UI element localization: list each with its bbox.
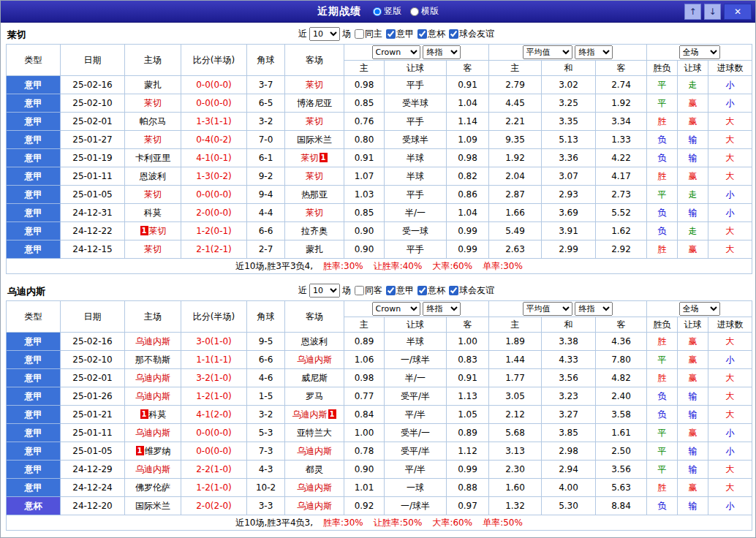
- checkbox-input[interactable]: [386, 286, 396, 295]
- avg-draw-cell: 3.02: [542, 76, 596, 94]
- vertical-radio-input[interactable]: [373, 7, 382, 16]
- corners-cell: 10-2: [247, 479, 285, 497]
- home-team-cell[interactable]: 1维罗纳: [125, 442, 181, 461]
- avg-home-cell: 2.04: [489, 167, 542, 186]
- away-team-cell[interactable]: 莱切: [285, 204, 344, 222]
- home-team-cell[interactable]: 乌迪内斯: [125, 461, 181, 479]
- filter-checkbox-同主[interactable]: 同主: [355, 28, 382, 40]
- home-team-cell[interactable]: 乌迪内斯: [125, 333, 181, 351]
- away-team-cell[interactable]: 亚特兰大: [285, 424, 344, 442]
- layout-radio-vertical[interactable]: 竖版: [373, 5, 401, 18]
- avg-away-cell: 3.56: [596, 461, 647, 479]
- corners-cell: 7-0: [247, 131, 285, 149]
- away-team-cell[interactable]: 拉齐奥: [285, 222, 344, 240]
- average-select[interactable]: 平均值: [523, 302, 572, 316]
- horizontal-radio-label: 横版: [421, 5, 439, 18]
- home-team-cell[interactable]: 1科莫: [125, 406, 181, 424]
- away-team-cell[interactable]: 乌迪内斯: [285, 351, 344, 369]
- final-index-select[interactable]: 终指: [423, 45, 461, 59]
- average-select[interactable]: 平均值: [523, 45, 572, 59]
- avg-home-cell: 2.63: [489, 240, 542, 259]
- away-team-cell[interactable]: 都灵: [285, 461, 344, 479]
- away-team-cell[interactable]: 乌迪内斯: [285, 479, 344, 497]
- home-team-cell[interactable]: 莱切: [125, 94, 181, 113]
- checkbox-input[interactable]: [417, 29, 427, 39]
- away-team-cell[interactable]: 威尼斯: [285, 369, 344, 387]
- away-team-cell[interactable]: 莱切: [285, 113, 344, 131]
- away-team-cell[interactable]: 恩波利: [285, 333, 344, 351]
- home-team-cell[interactable]: 那不勒斯: [125, 351, 181, 369]
- match-count-select[interactable]: 10: [309, 27, 340, 41]
- match-row: 意甲24-12-15莱切2-1(2-1)2-7蒙扎0.90平手0.992.632…: [7, 240, 752, 259]
- away-team-cell[interactable]: 热那亚: [285, 186, 344, 204]
- final-index-select-2[interactable]: 终指: [575, 302, 613, 316]
- result-goals-cell: 小: [708, 204, 752, 222]
- checkbox-input[interactable]: [449, 286, 458, 295]
- layout-radio-horizontal[interactable]: 横版: [410, 5, 439, 18]
- fulltime-select[interactable]: 全场: [679, 45, 720, 59]
- home-team-cell[interactable]: 帕尔马: [125, 113, 181, 131]
- handicap-cell: 受平/半: [385, 387, 447, 406]
- away-team-cell[interactable]: 蒙扎: [285, 240, 344, 259]
- fulltime-select[interactable]: 全场: [679, 302, 720, 316]
- home-team-cell[interactable]: 乌迪内斯: [125, 387, 181, 406]
- bookmaker-select[interactable]: Crown: [372, 45, 420, 59]
- home-team-cell[interactable]: 卡利亚里: [125, 149, 181, 167]
- away-team-cell[interactable]: 国际米兰: [285, 131, 344, 149]
- odds-away-cell: 0.89: [447, 424, 489, 442]
- checkbox-input[interactable]: [417, 286, 427, 295]
- odds-home-cell: 0.98: [344, 76, 385, 94]
- column-header-corners: 角球: [247, 301, 285, 333]
- match-row: 意甲24-12-31科莫2-0(0-0)4-4莱切0.85半/一1.041.66…: [7, 204, 752, 222]
- avg-away-cell: 2.40: [596, 387, 647, 406]
- home-team-cell[interactable]: 科莫: [125, 204, 181, 222]
- bookmaker-select[interactable]: Crown: [372, 302, 420, 316]
- home-team-cell[interactable]: 乌迪内斯: [125, 369, 181, 387]
- home-team-cell[interactable]: 佛罗伦萨: [125, 479, 181, 497]
- filter-checkbox-同客[interactable]: 同客: [355, 284, 382, 297]
- scroll-down-button[interactable]: ↓: [704, 4, 721, 20]
- checkbox-input[interactable]: [449, 29, 458, 39]
- odds-away-cell: 1.04: [447, 94, 489, 113]
- home-team-cell[interactable]: 莱切: [125, 240, 181, 259]
- final-index-select[interactable]: 终指: [423, 302, 461, 316]
- checkbox-input[interactable]: [386, 29, 396, 39]
- final-index-select-2[interactable]: 终指: [575, 45, 613, 59]
- result-handicap-cell: 赢: [678, 167, 708, 186]
- result-wdl-cell: 平: [647, 76, 678, 94]
- avg-away-cell: 5.63: [596, 479, 647, 497]
- horizontal-radio-input[interactable]: [410, 7, 419, 16]
- away-team-cell[interactable]: 乌迪内斯1: [285, 406, 344, 424]
- away-team-cell[interactable]: 乌迪内斯: [285, 442, 344, 461]
- away-team-cell[interactable]: 罗马: [285, 387, 344, 406]
- home-team-cell[interactable]: 蒙扎: [125, 76, 181, 94]
- close-button[interactable]: ✕: [724, 4, 752, 20]
- checkbox-input[interactable]: [355, 286, 364, 295]
- away-team-cell[interactable]: 乌迪内斯: [285, 497, 344, 515]
- filter-checkbox-意甲[interactable]: 意甲: [386, 284, 414, 297]
- filter-checkbox-意杯[interactable]: 意杯: [417, 28, 445, 40]
- match-count-select[interactable]: 10: [309, 284, 340, 298]
- away-team-cell[interactable]: 莱切: [285, 76, 344, 94]
- checkbox-input[interactable]: [355, 29, 364, 39]
- filter-checkbox-球会友谊[interactable]: 球会友谊: [449, 284, 494, 297]
- league-cell: 意甲: [7, 461, 61, 479]
- home-team-cell[interactable]: 国际米兰: [125, 497, 181, 515]
- home-team-cell[interactable]: 1莱切: [125, 222, 181, 240]
- odds-home-cell: 0.90: [344, 461, 385, 479]
- filter-checkbox-意甲[interactable]: 意甲: [386, 28, 414, 40]
- column-header-avg-away: 客: [596, 61, 647, 76]
- home-team-cell[interactable]: 莱切: [125, 131, 181, 149]
- home-team-cell[interactable]: 莱切: [125, 186, 181, 204]
- away-team-name: 热那亚: [301, 189, 328, 200]
- date-cell: 24-12-24: [61, 479, 125, 497]
- filter-checkbox-意杯[interactable]: 意杯: [417, 284, 445, 297]
- odds-home-cell: 0.91: [344, 149, 385, 167]
- scroll-up-button[interactable]: ↑: [684, 4, 701, 20]
- away-team-cell[interactable]: 博洛尼亚: [285, 94, 344, 113]
- away-team-cell[interactable]: 莱切1: [285, 149, 344, 167]
- away-team-cell[interactable]: 莱切: [285, 167, 344, 186]
- home-team-cell[interactable]: 乌迪内斯: [125, 424, 181, 442]
- filter-checkbox-球会友谊[interactable]: 球会友谊: [449, 28, 494, 40]
- home-team-cell[interactable]: 恩波利: [125, 167, 181, 186]
